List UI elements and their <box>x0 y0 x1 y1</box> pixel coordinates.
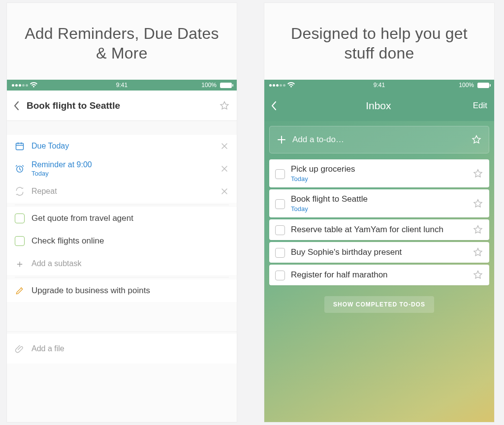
todo-title: Buy Sophie's birthday present <box>291 247 467 257</box>
todo-sub: Today <box>291 175 467 182</box>
todo-item[interactable]: Buy Sophie's birthday present <box>269 242 489 263</box>
edit-button[interactable]: Edit <box>473 101 487 111</box>
wifi-icon <box>287 82 295 88</box>
add-file-label: Add a file <box>32 344 229 354</box>
todo-title: Reserve table at YamYam for client lunch <box>291 225 467 235</box>
status-bar: 9:41 100% <box>264 80 494 91</box>
checkbox-icon[interactable] <box>275 271 285 280</box>
repeat-label: Repeat <box>32 186 213 196</box>
todo-title: Register for half marathon <box>291 270 467 280</box>
subtask-row[interactable]: Check flights online <box>7 230 237 252</box>
inbox-screenshot: Designed to help you get stuff done 9:41… <box>264 3 494 422</box>
alarm-icon <box>15 164 25 174</box>
star-icon[interactable] <box>472 247 483 258</box>
status-time: 9:41 <box>116 82 127 89</box>
star-icon[interactable] <box>472 198 483 209</box>
note-text: Upgrade to business with points <box>32 285 229 296</box>
due-date-row[interactable]: Due Today <box>7 135 237 157</box>
pencil-icon <box>15 286 25 296</box>
todo-list: Pick up groceries Today Book flight to S… <box>269 159 489 285</box>
checkbox-icon[interactable] <box>275 199 285 209</box>
status-bar: 9:41 100% <box>7 80 237 91</box>
checkbox-icon[interactable] <box>275 248 285 258</box>
svg-rect-0 <box>16 143 24 150</box>
repeat-row[interactable]: Repeat <box>7 180 237 203</box>
todo-title: Book flight to Seattle <box>291 194 467 204</box>
subtask-row[interactable]: Get quote from travel agent <box>7 207 237 230</box>
checkbox-icon[interactable] <box>15 213 25 223</box>
due-label: Due Today <box>32 141 213 151</box>
star-icon[interactable] <box>472 270 483 280</box>
todo-sub: Today <box>291 205 467 212</box>
inbox-navbar: Inbox Edit <box>264 91 494 121</box>
close-icon[interactable] <box>220 164 229 173</box>
subtask-label: Get quote from travel agent <box>32 213 229 223</box>
repeat-icon <box>15 186 25 196</box>
promo-heading: Designed to help you get stuff done <box>264 3 494 80</box>
star-icon[interactable] <box>472 224 483 235</box>
plus-icon: ＋ <box>15 257 25 271</box>
checkbox-icon[interactable] <box>275 225 285 235</box>
checkbox-icon[interactable] <box>275 169 285 179</box>
note-row[interactable]: Upgrade to business with points <box>7 279 237 302</box>
checkbox-icon[interactable] <box>15 236 25 246</box>
add-subtask-row[interactable]: ＋ Add a subtask <box>7 252 237 275</box>
reminder-label: Reminder at 9:00 <box>32 160 213 170</box>
back-icon[interactable] <box>271 101 277 111</box>
star-icon[interactable] <box>472 168 483 179</box>
battery-text: 100% <box>459 82 474 89</box>
add-file-row[interactable]: Add a file <box>7 334 237 364</box>
battery-text: 100% <box>201 82 217 89</box>
add-todo-row[interactable]: Add a to-do… <box>269 126 489 153</box>
battery-icon <box>477 83 489 88</box>
task-title: Book flight to Seattle <box>27 100 219 111</box>
reminder-row[interactable]: Reminder at 9:00 Today <box>7 157 237 180</box>
add-todo-placeholder: Add a to-do… <box>292 135 465 145</box>
todo-item[interactable]: Register for half marathon <box>269 265 489 285</box>
star-icon[interactable] <box>471 134 482 145</box>
todo-item[interactable]: Book flight to Seattle Today <box>269 189 489 217</box>
wifi-icon <box>30 82 37 88</box>
todo-item[interactable]: Reserve table at YamYam for client lunch <box>269 219 489 240</box>
todo-item[interactable]: Pick up groceries Today <box>269 159 489 187</box>
todo-title: Pick up groceries <box>291 164 467 174</box>
inbox-title: Inbox <box>284 100 473 112</box>
status-time: 9:41 <box>374 82 385 89</box>
add-subtask-label: Add a subtask <box>32 259 229 269</box>
close-icon[interactable] <box>220 142 229 151</box>
due-reminder-section: Due Today Reminder at 9:00 Today Repeat <box>7 135 237 203</box>
subtasks-section: Get quote from travel agent Check flight… <box>7 207 237 275</box>
signal-icon <box>12 84 28 87</box>
task-navbar: Book flight to Seattle <box>7 91 237 121</box>
paperclip-icon <box>15 344 25 354</box>
promo-heading: Add Reminders, Due Dates & More <box>7 3 237 80</box>
subtask-label: Check flights online <box>32 236 229 246</box>
calendar-icon <box>15 141 25 151</box>
task-detail-screenshot: Add Reminders, Due Dates & More 9:41 100… <box>7 3 237 422</box>
battery-icon <box>220 83 232 88</box>
star-icon[interactable] <box>219 100 230 111</box>
back-icon[interactable] <box>14 101 20 111</box>
show-completed-button[interactable]: SHOW COMPLETED TO-DOS <box>324 296 434 313</box>
note-section: Upgrade to business with points <box>7 279 237 302</box>
close-icon[interactable] <box>220 187 229 196</box>
plus-icon <box>277 135 286 145</box>
reminder-sub: Today <box>32 170 213 178</box>
signal-icon <box>269 84 285 87</box>
